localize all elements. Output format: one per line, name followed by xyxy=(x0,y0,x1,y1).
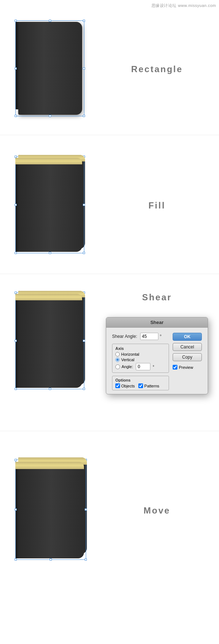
ok-button[interactable]: OK xyxy=(173,333,202,341)
angle-radio[interactable] xyxy=(115,364,120,369)
horizontal-radio[interactable] xyxy=(115,352,120,356)
shear-label: Shear xyxy=(142,292,172,303)
selection-rectangle xyxy=(15,20,84,116)
fill-illustration xyxy=(7,153,102,258)
preview-label: Preview xyxy=(179,365,193,370)
objects-checkbox[interactable] xyxy=(115,383,120,388)
shear-illustration xyxy=(7,289,102,391)
shear-angle-input[interactable] xyxy=(140,333,158,340)
section-fill: Fill xyxy=(0,135,219,274)
horizontal-radio-row[interactable]: Horizontal xyxy=(115,352,166,356)
objects-checkbox-label[interactable]: Objects xyxy=(115,383,135,388)
shear-dialog: Shear Shear Angle: ° Axis Horizontal xyxy=(106,317,208,394)
angle-degree: ° xyxy=(153,364,154,369)
move-illustration xyxy=(7,456,102,565)
axis-label: Axis xyxy=(115,346,166,351)
options-label: Options xyxy=(115,378,166,382)
section-move: Move xyxy=(0,431,219,588)
angle-input[interactable] xyxy=(136,363,150,370)
vertical-radio-row[interactable]: Vertical xyxy=(115,358,166,362)
dialog-body: Shear Angle: ° Axis Horizontal Ve xyxy=(106,328,208,394)
angle-row[interactable]: Angle: ° xyxy=(115,363,166,370)
patterns-label: Patterns xyxy=(144,384,159,388)
vertical-label: Vertical xyxy=(121,358,134,362)
section-rectangle: Rectangle xyxy=(0,0,219,135)
shear-angle-label: Shear Angle: xyxy=(112,334,137,339)
angle-label: Angle: xyxy=(122,364,133,369)
section-shear: Shear Shear Shear Angle: ° Axis xyxy=(0,274,219,431)
objects-label: Objects xyxy=(121,384,135,388)
dialog-title: Shear xyxy=(106,317,208,328)
options-group: Options Objects Patterns xyxy=(112,376,169,390)
shear-angle-row: Shear Angle: ° xyxy=(112,333,169,340)
preview-row[interactable]: Preview xyxy=(173,365,202,370)
axis-group: Axis Horizontal Vertical Angle: xyxy=(112,344,169,373)
patterns-checkbox-label[interactable]: Patterns xyxy=(138,383,159,388)
dialog-buttons: OK Cancel Copy Preview xyxy=(173,333,202,390)
horizontal-label: Horizontal xyxy=(121,352,139,356)
selection-move xyxy=(15,460,86,560)
preview-checkbox[interactable] xyxy=(173,365,177,370)
move-label: Move xyxy=(143,506,170,516)
options-checkboxes: Objects Patterns xyxy=(115,383,166,388)
rectangle-label: Rectangle xyxy=(131,64,183,74)
shear-angle-degree: ° xyxy=(160,334,162,339)
rectangle-illustration xyxy=(7,18,102,120)
dialog-left-panel: Shear Angle: ° Axis Horizontal Ve xyxy=(112,333,169,390)
copy-button[interactable]: Copy xyxy=(173,353,202,361)
patterns-checkbox[interactable] xyxy=(138,383,143,388)
selection-shear xyxy=(15,292,84,389)
selection-fill xyxy=(15,156,84,253)
cancel-button[interactable]: Cancel xyxy=(173,343,202,351)
fill-label: Fill xyxy=(149,200,166,211)
vertical-radio[interactable] xyxy=(115,358,120,362)
